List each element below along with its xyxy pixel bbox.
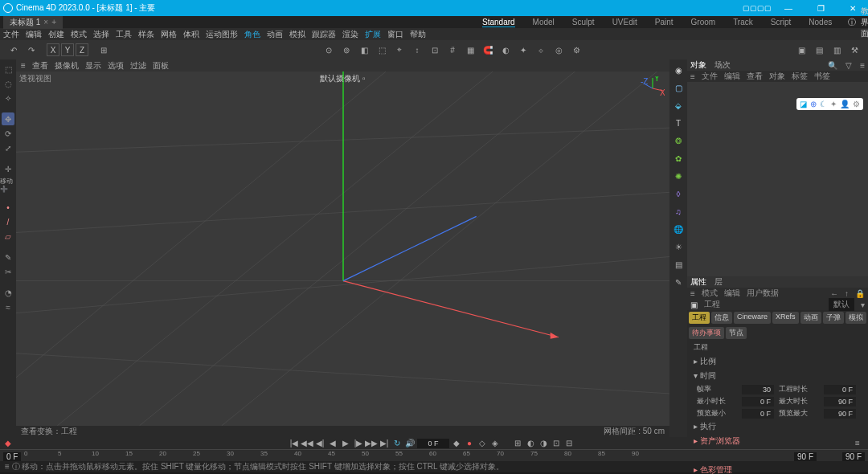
filter-d-icon[interactable]: ✦ xyxy=(830,100,837,108)
attr-tab[interactable]: Cineware xyxy=(734,312,771,324)
point-mode[interactable]: • xyxy=(2,201,14,214)
menu-item[interactable]: 网格 xyxy=(161,29,177,40)
viewbar-item[interactable]: 显示 xyxy=(85,60,101,72)
obj-menu-item[interactable]: 文件 xyxy=(702,71,718,82)
menu-item[interactable]: 编辑 xyxy=(26,29,42,40)
menu-item[interactable]: 创建 xyxy=(48,29,64,40)
autokey-icon[interactable]: ● xyxy=(464,438,475,449)
tool-a-icon[interactable]: ⊙ xyxy=(321,43,336,57)
cube-icon[interactable]: ▢ xyxy=(671,80,686,95)
opt-b-icon[interactable]: ◐ xyxy=(525,438,536,449)
edge-mode[interactable]: / xyxy=(2,215,14,228)
maximize-button[interactable]: ❐ xyxy=(809,4,833,13)
record-key-icon[interactable]: ◆ xyxy=(5,439,11,447)
obj-menu-item[interactable]: 书签 xyxy=(814,71,830,82)
nav-gizmo[interactable]: Y X -Z xyxy=(641,76,665,100)
range-end-field[interactable]: 90 F xyxy=(794,452,817,461)
key-c-icon[interactable]: ◈ xyxy=(489,438,501,449)
misc-tool-a[interactable]: ◔ xyxy=(2,286,14,299)
workspace-tab[interactable]: Groom xyxy=(691,18,716,27)
light-icon[interactable]: ☀ xyxy=(671,239,686,254)
camera-icon[interactable]: ◉ xyxy=(671,63,686,77)
range-end-field2[interactable]: 90 F xyxy=(842,452,865,461)
viewbar-item[interactable]: 查看 xyxy=(32,60,48,72)
axis-y[interactable]: Y xyxy=(61,43,74,56)
undo-button[interactable]: ↶ xyxy=(6,43,21,57)
field-icon[interactable]: ✺ xyxy=(671,169,686,183)
menu-item[interactable]: 运动图形 xyxy=(206,29,238,40)
cam2-icon[interactable]: ▤ xyxy=(671,257,686,272)
play-back-button[interactable]: ◀ xyxy=(327,438,338,449)
obj-menu-item[interactable]: 对象 xyxy=(769,71,785,82)
minimize-button[interactable]: — xyxy=(776,4,800,13)
attr-tab-nodes[interactable]: 节点 xyxy=(726,327,747,339)
attr-menu-item[interactable]: 用户数据 xyxy=(747,288,779,299)
document-tab-close[interactable]: × xyxy=(43,18,48,27)
attr-tab[interactable]: 信息 xyxy=(711,312,732,324)
tool-k-icon[interactable]: ◎ xyxy=(551,43,566,57)
rotate-tool[interactable]: ⟳ xyxy=(2,127,14,140)
brush-tool[interactable]: ✎ xyxy=(2,251,14,264)
viewbar-item[interactable]: 面板 xyxy=(153,60,169,72)
attr-tab-todo[interactable]: 待办事项 xyxy=(689,327,724,339)
tl-settings-icon[interactable]: ≡ xyxy=(852,438,863,449)
attr-tab[interactable]: 工程 xyxy=(689,312,710,324)
range-start-field[interactable]: 0 F xyxy=(3,452,21,461)
attr-tab[interactable]: 子弹 xyxy=(823,312,844,324)
menu-item[interactable]: 模式 xyxy=(71,29,87,40)
attr-tab[interactable]: 动画 xyxy=(800,312,821,324)
opt-d-icon[interactable]: ⊡ xyxy=(551,438,562,449)
redo-button[interactable]: ↷ xyxy=(24,43,39,57)
loop-icon[interactable]: ↻ xyxy=(391,438,403,449)
obj-menu-icon[interactable]: ≡ xyxy=(690,72,695,81)
tool-f-icon[interactable]: ↕ xyxy=(410,43,424,57)
workspace-tab[interactable]: Script xyxy=(771,18,792,27)
play-button[interactable]: ▶ xyxy=(340,438,351,449)
opt-e-icon[interactable]: ⊟ xyxy=(563,438,575,449)
viewbar-item[interactable]: 选项 xyxy=(108,60,124,72)
info-icon[interactable]: ⓘ xyxy=(848,17,856,28)
tool-e-icon[interactable]: ⌖ xyxy=(392,43,407,57)
menu-item[interactable]: 角色 xyxy=(244,29,260,40)
workspace-tab[interactable]: Nodes xyxy=(809,18,832,27)
menu-item[interactable]: 模拟 xyxy=(289,29,305,40)
render-icon[interactable]: ▣ xyxy=(794,43,809,57)
axis-tool[interactable]: ✛ xyxy=(2,162,14,175)
sim-icon[interactable]: ♫ xyxy=(671,204,686,219)
tool-h-icon[interactable]: ◐ xyxy=(498,43,513,57)
workspace-tab[interactable]: Track xyxy=(733,18,753,27)
filter-c-icon[interactable]: ☾ xyxy=(820,100,827,108)
misc-tool-b[interactable]: ≈ xyxy=(2,300,14,313)
attr-section-color[interactable]: ▸色彩管理 xyxy=(687,463,868,474)
live-select-tool[interactable]: ◌ xyxy=(2,77,14,90)
render-region-icon[interactable]: ▤ xyxy=(812,43,826,57)
magnet-icon[interactable]: 🧲 xyxy=(481,43,495,57)
render-queue-icon[interactable]: ▥ xyxy=(829,43,844,57)
obj-menu-item[interactable]: 查看 xyxy=(747,71,763,82)
menu-item[interactable]: 工具 xyxy=(116,29,132,40)
layout-label[interactable]: 教界面 xyxy=(861,6,868,39)
obj-menu-item[interactable]: 编辑 xyxy=(724,71,740,82)
options-icon[interactable]: ≡ xyxy=(860,61,865,70)
obj-menu-item[interactable]: 标签 xyxy=(792,71,808,82)
viewbar-item[interactable]: 摄像机 xyxy=(55,60,79,72)
generator-icon[interactable]: ❂ xyxy=(671,133,686,148)
filter-a-icon[interactable]: ◪ xyxy=(800,100,807,108)
goto-end-button[interactable]: ▶| xyxy=(379,438,390,449)
next-frame-button[interactable]: |▶ xyxy=(353,438,364,449)
menu-item[interactable]: 扩展 xyxy=(365,29,381,40)
gear-icon[interactable]: ⚙ xyxy=(569,43,583,57)
document-tab[interactable]: 未标题 1 × + xyxy=(3,16,63,29)
grid-icon[interactable]: ▦ xyxy=(463,43,477,57)
prev-key-button[interactable]: ◀◀ xyxy=(301,438,313,449)
workspace-tab[interactable]: UVEdit xyxy=(612,18,637,27)
filter-icon[interactable]: ▽ xyxy=(845,61,852,70)
axis-z[interactable]: Z xyxy=(76,43,88,56)
menu-item[interactable]: 动画 xyxy=(267,29,283,40)
timeline-ruler[interactable]: 0 F 90 F 90 F 05101520253035404550556065… xyxy=(0,449,868,461)
attr-menu-icon[interactable]: ≡ xyxy=(690,289,695,298)
key-a-icon[interactable]: ◆ xyxy=(451,438,462,449)
filter-e-icon[interactable]: 👤 xyxy=(840,100,850,108)
deformer-icon[interactable]: ✿ xyxy=(671,151,686,165)
viewbar-item[interactable]: 过滤 xyxy=(130,60,146,72)
